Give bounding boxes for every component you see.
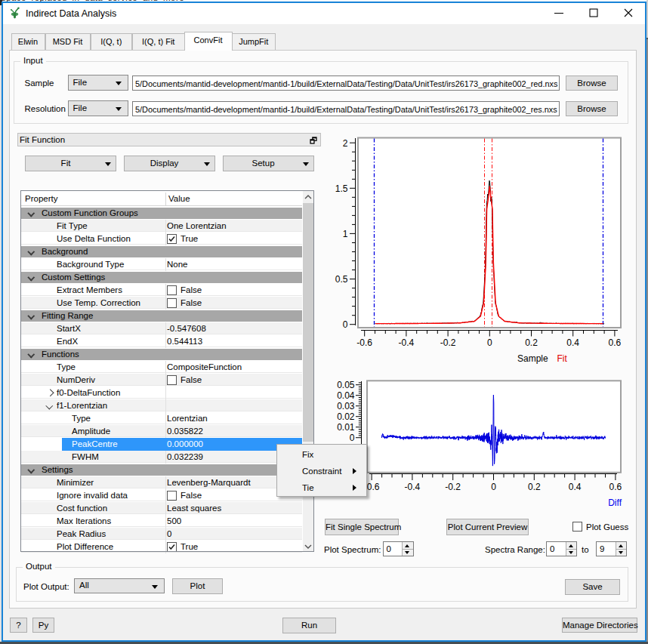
svg-text:0: 0 [343, 319, 348, 330]
svg-text:-0.4: -0.4 [405, 482, 421, 492]
svg-text:0.2: 0.2 [525, 337, 538, 348]
svg-text:Diff: Diff [608, 498, 622, 508]
svg-text:0: 0 [487, 337, 492, 348]
svg-text:-0.4: -0.4 [399, 337, 415, 348]
svg-text:0.4: 0.4 [566, 337, 579, 348]
svg-text:Fit: Fit [557, 353, 568, 364]
svg-text:Sample: Sample [517, 353, 548, 364]
svg-text:1.5: 1.5 [335, 183, 348, 194]
svg-text:0.04: 0.04 [337, 390, 355, 401]
svg-text:0.05: 0.05 [337, 380, 355, 390]
svg-text:0: 0 [491, 482, 496, 492]
svg-text:0.6: 0.6 [609, 482, 622, 492]
svg-text:0.2: 0.2 [528, 482, 541, 492]
svg-text:0: 0 [350, 433, 355, 443]
svg-text:-0.2: -0.2 [440, 337, 456, 348]
svg-text:1: 1 [343, 229, 348, 239]
svg-text:-0.6: -0.6 [356, 337, 372, 348]
svg-text:0.01: 0.01 [337, 422, 355, 433]
svg-text:0.6: 0.6 [609, 337, 622, 348]
svg-text:-0.2: -0.2 [445, 482, 461, 492]
svg-text:0.03: 0.03 [337, 401, 355, 411]
svg-text:0.4: 0.4 [569, 482, 582, 492]
svg-text:0.02: 0.02 [337, 411, 355, 422]
svg-text:2: 2 [343, 138, 348, 149]
svg-text:0.5: 0.5 [335, 274, 348, 285]
